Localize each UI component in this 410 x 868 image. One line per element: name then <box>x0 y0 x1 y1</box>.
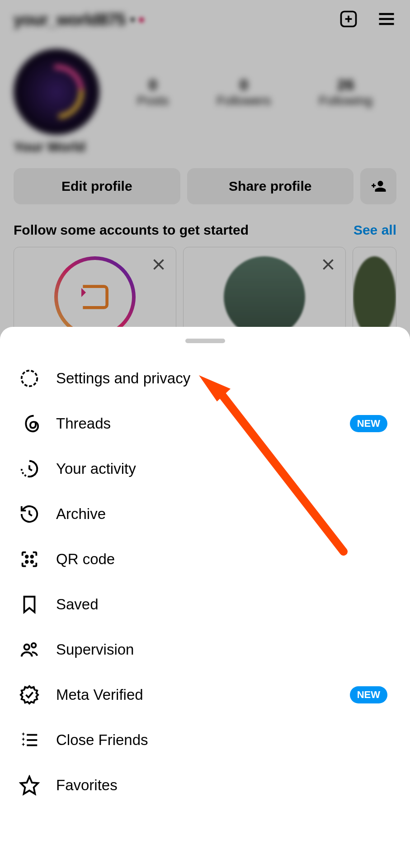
menu-item-label: Archive <box>56 505 391 523</box>
supervision-people-icon <box>19 639 40 660</box>
qr-code-icon <box>19 549 40 570</box>
menu-item-label: Close Friends <box>56 731 391 749</box>
svg-point-13 <box>26 561 28 563</box>
svg-point-14 <box>31 561 33 563</box>
menu-item-close-friends[interactable]: Close Friends <box>0 717 410 763</box>
sheet-drag-handle[interactable] <box>185 339 225 343</box>
menu-item-label: Favorites <box>56 777 391 794</box>
star-icon <box>19 775 40 796</box>
close-friends-list-icon <box>19 730 40 750</box>
threads-icon <box>19 413 40 434</box>
menu-item-label: Saved <box>56 596 391 613</box>
svg-point-15 <box>24 645 30 650</box>
menu-item-supervision[interactable]: Supervision <box>0 627 410 672</box>
svg-point-12 <box>31 556 33 558</box>
svg-point-11 <box>26 556 28 558</box>
verified-badge-icon <box>19 684 40 705</box>
menu-item-settings[interactable]: Settings and privacy <box>0 356 410 401</box>
menu-item-favorites[interactable]: Favorites <box>0 763 410 808</box>
menu-item-your-activity[interactable]: Your activity <box>0 446 410 491</box>
menu-item-label: Your activity <box>56 460 391 477</box>
settings-gear-icon <box>19 368 40 389</box>
svg-point-16 <box>32 643 36 648</box>
menu-item-label: Settings and privacy <box>56 370 391 387</box>
menu-item-label: Supervision <box>56 641 391 658</box>
menu-item-meta-verified[interactable]: Meta Verified NEW <box>0 672 410 717</box>
svg-marker-20 <box>21 777 38 794</box>
archive-history-icon <box>19 504 40 524</box>
menu-item-label: Meta Verified <box>56 686 334 703</box>
menu-item-qr-code[interactable]: QR code <box>0 537 410 582</box>
svg-point-10 <box>22 371 38 387</box>
menu-item-label: QR code <box>56 551 391 568</box>
activity-clock-icon <box>19 458 40 479</box>
new-badge: NEW <box>350 415 387 432</box>
menu-bottom-sheet: Settings and privacy Threads NEW Your ac… <box>0 327 410 868</box>
menu-item-saved[interactable]: Saved <box>0 582 410 627</box>
menu-item-threads[interactable]: Threads NEW <box>0 401 410 446</box>
menu-item-archive[interactable]: Archive <box>0 491 410 537</box>
menu-item-label: Threads <box>56 415 334 432</box>
new-badge: NEW <box>350 686 387 703</box>
bookmark-icon <box>19 594 40 615</box>
